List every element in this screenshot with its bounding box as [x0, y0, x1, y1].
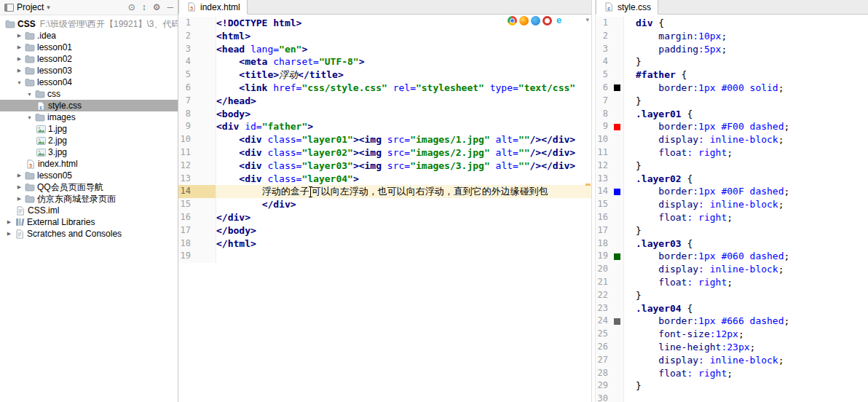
code-line[interactable]: 3 padding:5px; [596, 43, 868, 56]
tree-item[interactable]: CSSF:\班级管理\西开【19921】\3、代码\CSS [0, 18, 178, 30]
code-line[interactable]: 23.layer04 { [596, 302, 868, 315]
safari-icon[interactable] [531, 16, 540, 25]
sort-icon[interactable]: ↕ [142, 2, 146, 12]
code-line[interactable]: 17} [596, 224, 868, 237]
code-line[interactable]: 8<body> [178, 108, 591, 121]
tree-item[interactable]: ▶lesson05 [0, 170, 178, 181]
code-line[interactable]: 2<html> [178, 30, 591, 43]
code-line[interactable]: 18</html> [178, 237, 591, 251]
code-line[interactable]: 15 display: inline-block; [596, 198, 868, 211]
tree-item[interactable]: 3.jpg [0, 146, 178, 158]
tree-item[interactable]: 2.jpg [0, 135, 178, 146]
tree-item[interactable]: 5index.html [0, 158, 178, 170]
code-line[interactable]: 11 <div class="layer02"><img src="images… [178, 146, 591, 159]
code-line[interactable]: 19 border:1px #060 dashed; [596, 250, 868, 263]
tree-item[interactable]: ▼images [0, 111, 178, 123]
chevron-down-icon[interactable]: ▾ [47, 4, 50, 11]
code-line[interactable]: 7} [596, 95, 868, 108]
code-line[interactable]: 29} [596, 379, 868, 393]
code-line[interactable]: 13.layer02 { [596, 173, 868, 186]
tab-style-css[interactable]: c style.css [596, 0, 658, 15]
code-line[interactable]: 18.layer03 { [596, 237, 868, 251]
tree-item[interactable]: ▶QQ会员页面导航 [0, 181, 178, 193]
locate-icon[interactable]: ⊙ [128, 2, 135, 12]
ie-icon[interactable] [554, 16, 564, 25]
tree-item[interactable]: ▶External Libraries [0, 216, 178, 228]
chrome-icon[interactable] [508, 16, 517, 25]
code-line[interactable]: 5 <title>浮动</title> [178, 68, 591, 82]
chevron-right-icon[interactable]: ▶ [4, 219, 14, 225]
gear-icon[interactable]: ⚙ [153, 2, 161, 12]
code-line[interactable]: 12 <div class="layer03"><img src="images… [178, 159, 591, 173]
code-line[interactable]: 16</div> [178, 211, 591, 224]
tab-index-html[interactable]: 5 index.html [178, 0, 248, 15]
code-line[interactable]: 3<head lang="en"> [178, 43, 591, 56]
code-line[interactable]: 13 <div class="layer04"> [178, 173, 591, 186]
chevron-right-icon[interactable]: ▶ [4, 231, 14, 237]
code-line[interactable]: 24 border:1px #666 dashed; [596, 315, 868, 328]
code-line[interactable]: 7</head> [178, 95, 591, 108]
tree-item[interactable]: 1.jpg [0, 123, 178, 135]
code-line[interactable]: 4} [596, 55, 868, 68]
code-line[interactable]: 10 <div class="layer01"><img src="images… [178, 133, 591, 146]
code-line[interactable]: 10 display: inline-block; [596, 133, 868, 146]
chevron-right-icon[interactable]: ▶ [15, 68, 24, 74]
code-line[interactable]: 9 border:1px #F00 dashed; [596, 120, 868, 133]
tree-item[interactable]: ▼lesson04 [0, 76, 178, 88]
chevron-right-icon[interactable]: ▶ [15, 196, 24, 202]
chevron-right-icon[interactable]: ▶ [15, 173, 24, 178]
tree-item-label: lesson05 [36, 170, 72, 181]
code-line[interactable]: 19 [178, 250, 591, 263]
color-swatch[interactable] [614, 189, 620, 195]
code-line[interactable]: 15 </div> [178, 198, 591, 211]
code-line[interactable]: 5#father { [596, 68, 868, 82]
firefox-icon[interactable] [519, 16, 529, 25]
code-line[interactable]: 27 display: inline-block; [596, 354, 868, 367]
code-line[interactable]: 25 font-size:12px; [596, 328, 868, 341]
code-line[interactable]: 1div { [596, 17, 868, 30]
hide-icon[interactable]: ─ [167, 2, 173, 12]
chevron-down-icon[interactable]: ▼ [15, 80, 24, 85]
tree-item[interactable]: ▶lesson02 [0, 53, 178, 65]
html-code[interactable]: 1<!DOCTYPE html>2<html>3<head lang="en">… [178, 15, 591, 402]
chevron-down-icon[interactable]: ▼ [25, 115, 34, 120]
code-line[interactable]: 8.layer01 { [596, 108, 868, 121]
code-line[interactable]: 22} [596, 289, 868, 302]
tree-item[interactable]: ▶lesson03 [0, 65, 178, 76]
code-line[interactable]: 9<div id="father"> [178, 120, 591, 133]
color-swatch[interactable] [614, 84, 620, 91]
chevron-down-icon[interactable]: ▾ [585, 16, 589, 23]
code-line[interactable]: 16 float: right; [596, 211, 868, 224]
color-swatch[interactable] [614, 318, 620, 325]
code-line[interactable]: 17</body> [178, 224, 591, 237]
tree-item[interactable]: ▶.idea [0, 30, 178, 42]
code-line[interactable]: 14 border:1px #00F dashed; [596, 185, 868, 198]
tree-item[interactable]: ▶仿京东商城登录页面 [0, 193, 178, 205]
code-line[interactable]: 2 margin:10px; [596, 30, 868, 43]
code-line[interactable]: 20 display: inline-block; [596, 263, 868, 276]
code-line[interactable]: 12} [596, 159, 868, 173]
tree-item[interactable]: ▼css [0, 88, 178, 100]
chevron-right-icon[interactable]: ▶ [15, 56, 24, 62]
css-code[interactable]: 1div {2 margin:10px;3 padding:5px;4}5#fa… [596, 15, 868, 402]
code-line[interactable]: 26 line-height:23px; [596, 341, 868, 354]
tree-item[interactable]: cstyle.css [0, 100, 178, 111]
code-line[interactable]: 28 float: right; [596, 367, 868, 380]
chevron-down-icon[interactable]: ▼ [25, 92, 34, 97]
chevron-right-icon[interactable]: ▶ [15, 184, 24, 190]
chevron-right-icon[interactable]: ▶ [15, 33, 24, 39]
code-line[interactable]: 30 [596, 393, 868, 402]
chevron-right-icon[interactable]: ▶ [15, 44, 24, 50]
code-line[interactable]: 6 border:1px #000 solid; [596, 82, 868, 95]
color-swatch[interactable] [614, 253, 620, 260]
tree-item[interactable]: ▶lesson01 [0, 42, 178, 53]
tree-item[interactable]: ▶Scratches and Consoles [0, 228, 178, 240]
code-line[interactable]: 21 float: right; [596, 276, 868, 289]
code-line[interactable]: 4 <meta charset="UTF-8"> [178, 55, 591, 68]
color-swatch[interactable] [614, 124, 620, 130]
tree-item[interactable]: CSS.iml [0, 205, 178, 216]
code-line[interactable]: 14 浮动的盒子可以向左浮动，也可以向右浮动，直到它的外边缘碰到包 [178, 185, 591, 198]
code-line[interactable]: 11 float: right; [596, 146, 868, 159]
code-line[interactable]: 6 <link href="css/style.css" rel="styles… [178, 82, 591, 95]
opera-icon[interactable] [542, 16, 552, 25]
